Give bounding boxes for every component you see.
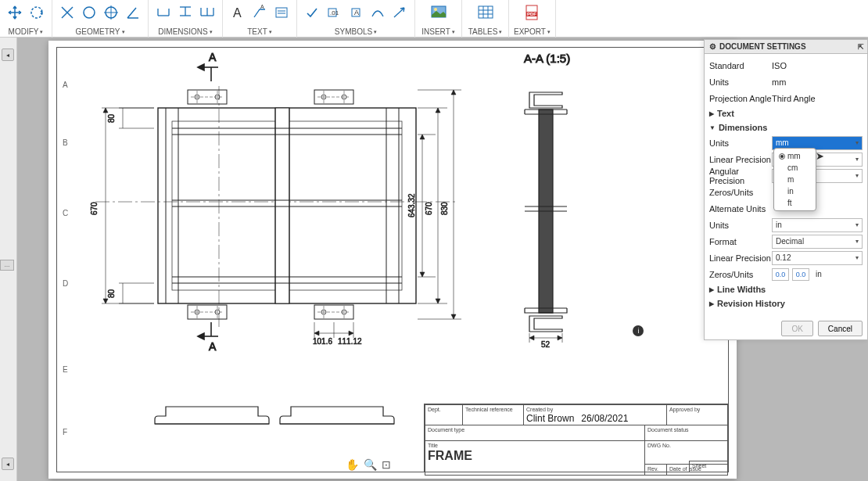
alt-linear-precision-select[interactable]: 0.12▾ (772, 251, 863, 265)
svg-marker-81 (198, 333, 204, 339)
arrow-icon[interactable] (389, 2, 410, 23)
svg-text:A: A (354, 9, 359, 16)
ok-button[interactable]: OK (781, 321, 812, 336)
view-tools: ✋ 🔍 ⊡ (346, 458, 391, 471)
svg-marker-113 (314, 331, 319, 336)
ribbon-label-symbols[interactable]: SYMBOLS ▾ (335, 27, 377, 38)
alt-units-select[interactable]: in▾ (772, 218, 863, 232)
datum-icon[interactable]: A (346, 2, 366, 23)
ribbon-group-text: AATEXT ▾ (223, 0, 297, 38)
ribbon-label-modify[interactable]: MODIFY ▾ (9, 27, 44, 38)
ribbon-group-dimensions: DIMENSIONS ▾ (149, 0, 223, 38)
zoom-icon[interactable]: 🔍 (364, 458, 377, 471)
angle-icon[interactable] (123, 2, 143, 23)
dim-80-top: 80 (107, 113, 116, 123)
svg-text:A: A (260, 5, 264, 9)
ribbon-group-symbols: .01ASYMBOLS ▾ (297, 0, 415, 38)
target-icon[interactable] (101, 2, 121, 23)
pdf-icon[interactable]: PDF (522, 2, 543, 23)
dim-830: 830 (440, 202, 449, 215)
surface-icon[interactable]: .01 (324, 2, 344, 23)
check-icon[interactable] (302, 2, 322, 23)
svg-rect-28 (479, 6, 493, 18)
dim-670-right: 670 (425, 202, 433, 215)
move-icon[interactable] (5, 2, 25, 23)
zeros-units-boxes[interactable]: 0.00.0in (772, 268, 863, 281)
settings-header[interactable]: ⚙ DOCUMENT SETTINGS ⇱ (705, 40, 867, 54)
title-block: Dept. Technical reference Created by Cli… (424, 404, 729, 472)
svg-marker-98 (420, 272, 425, 277)
ribbon-label-geometry[interactable]: GEOMETRY ▾ (75, 27, 124, 38)
units-option-ft[interactable]: ft (774, 197, 816, 209)
tb-date: 26/08/2021 (581, 413, 628, 424)
units-option-in[interactable]: in (774, 185, 816, 197)
row-letter-D: D (63, 279, 68, 288)
ribbon-group-insert: INSERT ▾ (415, 0, 462, 38)
svg-text:.01: .01 (330, 9, 339, 16)
drawing-sheet[interactable]: A A 80 670 (48, 41, 737, 479)
revision-history-section-header[interactable]: ▶Revision History (709, 296, 863, 310)
weld-icon[interactable] (368, 2, 388, 23)
note-icon[interactable] (271, 2, 292, 23)
ribbon-group-export: PDFEXPORT ▾ (509, 0, 556, 38)
row-letter-F: F (63, 428, 67, 436)
section-title: A-A (1:5) (524, 52, 570, 65)
svg-marker-107 (451, 90, 456, 95)
ribbon-toolbar: MODIFY ▾GEOMETRY ▾DIMENSIONS ▾AATEXT ▾.0… (0, 0, 868, 38)
standard-value: ISO (772, 61, 863, 70)
line-icon[interactable] (57, 2, 77, 23)
svg-point-3 (84, 7, 95, 18)
svg-marker-97 (420, 135, 425, 139)
gear-icon: ⚙ (709, 42, 716, 51)
svg-marker-124 (558, 336, 562, 340)
units-option-mm[interactable]: mm (774, 150, 816, 162)
circle-icon[interactable] (79, 2, 99, 23)
cancel-button[interactable]: Cancel (818, 321, 863, 336)
section-mark-bottom: A (209, 340, 217, 353)
svg-text:PDF: PDF (527, 12, 536, 16)
dim-chain-icon[interactable] (197, 2, 217, 23)
zoom-fit-icon[interactable]: ⊡ (382, 458, 391, 471)
text-a-icon[interactable]: A (228, 2, 248, 23)
svg-rect-19 (276, 8, 287, 17)
dim-643: 643.32 (407, 193, 416, 217)
table-icon[interactable] (475, 2, 496, 23)
dimensions-section-header[interactable]: ▼Dimensions (709, 120, 863, 135)
ribbon-label-text[interactable]: TEXT ▾ (247, 27, 272, 38)
left-strip: ◂ … ◂ (0, 38, 17, 481)
line-widths-section-header[interactable]: ▶Line Widths (709, 282, 863, 296)
section-mark-top: A (209, 51, 217, 63)
hand-tool-icon[interactable]: ✋ (346, 458, 359, 471)
svg-text:A: A (233, 6, 242, 20)
row-letter-C: C (63, 209, 68, 217)
units-option-m[interactable]: m (774, 174, 816, 185)
doc-units-value: mm (772, 77, 863, 87)
svg-marker-90 (103, 299, 108, 303)
dim-101.6: 101.6 (313, 337, 332, 346)
row-letter-E: E (63, 365, 68, 374)
strip-mid-handle[interactable]: … (0, 260, 14, 271)
strip-collapse-top[interactable]: ◂ (2, 48, 14, 61)
units-dropdown-menu: mmcmminft (773, 148, 816, 211)
ribbon-group-geometry: GEOMETRY ▾ (52, 0, 149, 38)
dim-h-icon[interactable] (153, 2, 174, 23)
text-section-header[interactable]: ▶Text (709, 106, 863, 120)
dim-v-icon[interactable] (175, 2, 195, 23)
svg-point-27 (434, 8, 437, 11)
units-option-cm[interactable]: cm (774, 162, 816, 174)
image-icon[interactable] (429, 2, 449, 23)
dim-52: 52 (541, 340, 551, 349)
ribbon-label-export[interactable]: EXPORT ▾ (514, 27, 551, 38)
svg-marker-108 (451, 314, 456, 319)
rotate-icon[interactable] (27, 2, 47, 23)
dim-670-left: 670 (90, 202, 99, 215)
ribbon-label-dimensions[interactable]: DIMENSIONS ▾ (158, 27, 212, 38)
ribbon-label-insert[interactable]: INSERT ▾ (421, 27, 455, 38)
expand-icon[interactable]: ⇱ (858, 43, 864, 51)
strip-collapse-bottom[interactable]: ◂ (2, 458, 14, 470)
svg-rect-40 (275, 108, 289, 303)
row-letter-B: B (63, 138, 68, 147)
ribbon-label-tables[interactable]: TABLES ▾ (468, 27, 503, 38)
format-select[interactable]: Decimal▾ (772, 235, 863, 249)
leader-icon[interactable]: A (249, 2, 270, 23)
